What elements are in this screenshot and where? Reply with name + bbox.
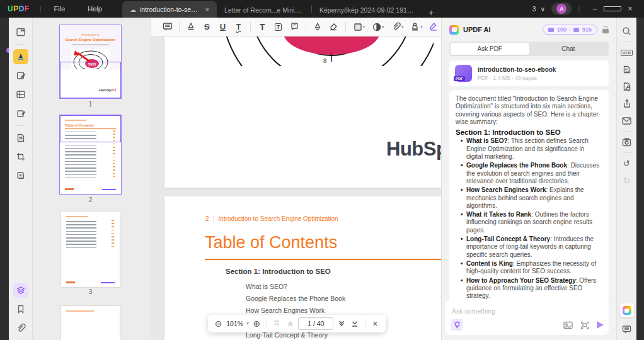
highlighter-icon[interactable] <box>184 20 198 34</box>
menu-help[interactable]: Help <box>76 5 113 13</box>
text-box-glyph: T <box>275 23 282 31</box>
undo-icon[interactable]: ↺ <box>620 157 634 171</box>
bullet-term: What is SEO? <box>466 137 511 144</box>
zoombar-divider <box>365 319 365 328</box>
convert-icon[interactable] <box>620 63 634 77</box>
ask-input[interactable] <box>452 307 602 315</box>
shape-tool-icon[interactable]: ▾ <box>350 20 368 34</box>
document-tabs: ☁ introduction-to-seo-ebook* × Letter of… <box>122 0 440 18</box>
tab-screenshot[interactable]: Képernyőkép 2024-09-02 191750* <box>312 3 422 18</box>
left-toolbar-bottom <box>9 281 33 337</box>
zoom-in-button[interactable]: ⊕ <box>251 317 262 330</box>
bookmark-icon[interactable] <box>13 302 28 317</box>
page-thumbnail-1[interactable]: Introduction to Search Engine Optimizati… <box>60 25 121 98</box>
summary-intro: The document titled "Introduction to Sea… <box>456 95 602 126</box>
bullet-icon: • <box>461 235 466 259</box>
underline-icon[interactable]: U <box>216 20 230 34</box>
titlebar-divider: | <box>40 5 42 13</box>
visible-area-indicator[interactable] <box>60 115 121 142</box>
close-zoombar-button[interactable]: × <box>370 317 381 330</box>
send-icon[interactable] <box>597 321 604 329</box>
add-text-icon[interactable]: T <box>255 20 270 34</box>
page-thumbnail-4[interactable] <box>61 306 120 340</box>
pdf-viewer: S U T T T ▾ ▾ ▾ ▾ <box>151 18 441 340</box>
menu-file[interactable]: File <box>43 5 77 13</box>
note-comment-icon[interactable] <box>160 20 175 34</box>
comment-panel-icon[interactable] <box>620 322 634 336</box>
account-button[interactable]: A <box>551 3 572 15</box>
tab-count-dropdown[interactable]: 3 ∨ <box>532 5 546 13</box>
redo-icon[interactable]: ↻ <box>620 174 634 188</box>
tab-ask-pdf[interactable]: Ask PDF <box>451 43 529 55</box>
edit-pdf-icon[interactable] <box>13 68 28 83</box>
titlebar: UPDF | File Help ☁ introduction-to-seo-e… <box>0 0 644 18</box>
search-icon[interactable] <box>620 25 634 38</box>
text-callout-icon[interactable] <box>287 20 301 34</box>
signature-icon[interactable] <box>427 20 441 34</box>
cloud-sync-icon: ☁ <box>130 6 136 13</box>
insert-image-icon[interactable] <box>563 321 573 329</box>
save-snapshot-icon[interactable] <box>620 135 634 149</box>
close-tab-icon[interactable]: × <box>205 6 209 13</box>
page-thumbnail-2[interactable]: Table of Contents <box>60 115 121 194</box>
stamp-icon[interactable]: ▾ <box>408 20 425 34</box>
close-window-button[interactable]: × <box>621 4 639 13</box>
page-down-button[interactable] <box>336 317 347 330</box>
reader-mode-icon[interactable] <box>13 25 28 40</box>
page-thumbnail-3[interactable] <box>61 212 120 287</box>
toolbar-divider <box>623 152 631 153</box>
caret-down-icon: ▾ <box>420 25 423 30</box>
pdf-file-icon <box>455 65 472 82</box>
page-up-button[interactable] <box>285 317 296 330</box>
squiggly-underline-icon[interactable]: T <box>231 20 246 34</box>
updf-ai-toggle-icon[interactable] <box>620 303 634 317</box>
ai-panel-title: UPDF AI <box>463 26 491 33</box>
share-icon[interactable] <box>620 97 634 111</box>
attachment-icon[interactable] <box>13 320 28 336</box>
badge-divider <box>570 27 570 33</box>
pencil-icon[interactable] <box>311 20 325 34</box>
scroll-to-bottom-button[interactable] <box>350 317 360 330</box>
zoom-caret-icon[interactable]: ▾ <box>246 321 249 326</box>
tab-chat[interactable]: Chat <box>529 43 608 55</box>
fill-color-icon[interactable]: ▾ <box>369 20 387 34</box>
toc-item: What is SEO? <box>246 283 287 290</box>
logo-letter: U <box>8 4 13 13</box>
strikethrough-icon[interactable]: S <box>200 20 214 34</box>
scroll-to-top-button[interactable] <box>272 317 282 330</box>
page-number-input[interactable] <box>298 317 333 330</box>
window-edge <box>0 18 9 340</box>
ocr-icon[interactable]: OCR <box>620 46 634 60</box>
zoom-out-button[interactable]: ⊖ <box>213 317 224 330</box>
pdf-page-1[interactable]: 8 HubSp⚙t <box>164 37 441 188</box>
maximize-button[interactable] <box>604 4 621 13</box>
document-card[interactable]: introduction-to-seo-ebook PDF · 1.4 MB ·… <box>449 60 609 86</box>
eraser-icon[interactable] <box>326 20 341 34</box>
export-convert-icon[interactable] <box>13 168 28 183</box>
email-icon[interactable] <box>620 114 634 128</box>
organize-pages-icon[interactable] <box>13 87 28 102</box>
page-tools-icon[interactable] <box>13 130 28 145</box>
tab-introduction-to-seo-ebook[interactable]: ☁ introduction-to-seo-ebook* × <box>122 1 217 18</box>
credits-badge[interactable]: 100 916 <box>543 25 597 35</box>
zoombar-divider <box>267 319 267 328</box>
attach-file-icon[interactable]: ▾ <box>388 20 406 34</box>
comment-tool-icon[interactable] <box>13 49 28 64</box>
toc-preview <box>61 212 120 287</box>
text-box-icon[interactable]: T <box>271 20 285 34</box>
bullet-term: How Search Engines Work <box>466 186 549 193</box>
crop-tool-icon[interactable] <box>13 149 28 164</box>
annotation-toolbar: S U T T T ▾ ▾ ▾ ▾ <box>151 18 441 37</box>
lock-icon[interactable] <box>602 26 609 33</box>
idea-prompts-icon[interactable] <box>451 319 463 331</box>
protect-icon[interactable] <box>620 80 634 94</box>
minimize-button[interactable]: – <box>586 4 604 13</box>
ai-assistant-icon[interactable] <box>13 283 28 298</box>
visible-area-indicator[interactable] <box>60 62 121 98</box>
screenshot-capture-icon[interactable] <box>580 321 589 329</box>
footer-logo-placeholder <box>66 281 75 283</box>
crop-pages-icon[interactable] <box>13 106 28 121</box>
window-edge <box>636 18 644 340</box>
tab-letter-of-recommendation[interactable]: Letter of Recom...e Minimal Style <box>217 3 311 18</box>
new-tab-button[interactable]: + <box>422 8 440 18</box>
